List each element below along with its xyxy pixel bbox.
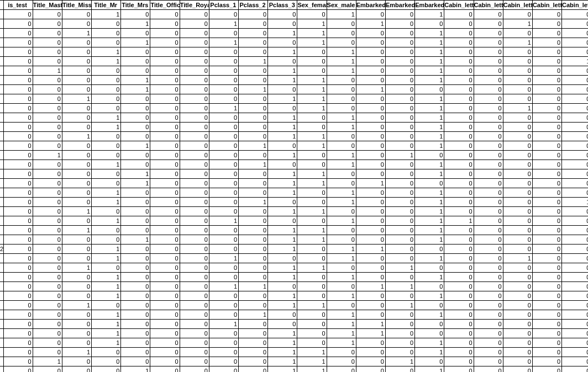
cell[interactable]: 0	[356, 291, 385, 301]
cell[interactable]: 0	[503, 226, 532, 235]
cell[interactable]: 0	[33, 19, 62, 29]
cell[interactable]: 0	[180, 113, 209, 123]
cell[interactable]: 0	[121, 29, 150, 38]
cell[interactable]: 0	[268, 19, 297, 29]
cell[interactable]: 0	[444, 263, 474, 273]
cell[interactable]: 0	[532, 85, 561, 94]
cell[interactable]: 1	[62, 226, 91, 235]
cell[interactable]: 0	[327, 85, 356, 94]
cell[interactable]: 0	[239, 179, 268, 188]
cell[interactable]: 0	[209, 207, 238, 216]
cell[interactable]: 1	[356, 179, 385, 188]
cell[interactable]: 0	[150, 310, 180, 320]
cell[interactable]: 0	[180, 301, 209, 310]
cell[interactable]: 1	[327, 273, 356, 282]
cell[interactable]: 0	[444, 188, 474, 198]
cell[interactable]: 0	[3, 338, 33, 348]
cell[interactable]: 0	[62, 338, 91, 348]
cell[interactable]: 0	[327, 19, 356, 29]
cell[interactable]: 0	[180, 245, 209, 254]
cell[interactable]: 1	[415, 66, 444, 76]
cell[interactable]: 1	[297, 348, 327, 357]
cell[interactable]: 0	[474, 123, 503, 132]
cell[interactable]: 0	[180, 47, 209, 57]
cell[interactable]: 0	[532, 94, 561, 104]
cell[interactable]: 0	[3, 226, 33, 235]
cell[interactable]: 0	[474, 226, 503, 235]
cell[interactable]: 0	[297, 291, 327, 301]
cell[interactable]: 0	[3, 29, 33, 38]
cell[interactable]: 1	[92, 188, 121, 198]
cell[interactable]: 0	[474, 66, 503, 76]
cell[interactable]: 1	[92, 216, 121, 226]
cell[interactable]: 0	[180, 123, 209, 132]
cell[interactable]: 0	[562, 151, 588, 160]
cell[interactable]: 0	[474, 329, 503, 338]
cell[interactable]: 1	[209, 38, 238, 47]
cell[interactable]: 0	[562, 282, 588, 291]
cell[interactable]: 0	[62, 160, 91, 169]
column-header[interactable]: Title_Master	[33, 1, 62, 10]
cell[interactable]: 0	[385, 47, 414, 57]
cell[interactable]: 0	[474, 160, 503, 169]
cell[interactable]: 1	[297, 132, 327, 141]
cell[interactable]: 0	[121, 57, 150, 66]
cell[interactable]: 1	[562, 198, 588, 207]
cell[interactable]: 1	[268, 151, 297, 160]
cell[interactable]: 0	[3, 38, 33, 47]
cell[interactable]: 0	[121, 282, 150, 291]
cell[interactable]: 0	[385, 38, 414, 47]
cell[interactable]: 0	[121, 338, 150, 348]
cell[interactable]: 0	[562, 29, 588, 38]
cell[interactable]: 0	[297, 10, 327, 19]
cell[interactable]: 0	[33, 160, 62, 169]
cell[interactable]: 0	[121, 151, 150, 160]
cell[interactable]: 0	[532, 216, 561, 226]
cell[interactable]: 1	[209, 104, 238, 113]
cell[interactable]: 0	[327, 301, 356, 310]
cell[interactable]: 1	[268, 329, 297, 338]
cell[interactable]: 1	[239, 141, 268, 151]
cell[interactable]: 0	[532, 160, 561, 169]
cell[interactable]: 0	[503, 310, 532, 320]
cell[interactable]: 0	[92, 357, 121, 366]
cell[interactable]: 0	[444, 104, 474, 113]
cell[interactable]: 0	[239, 254, 268, 263]
cell[interactable]: 0	[150, 254, 180, 263]
cell[interactable]: 0	[150, 66, 180, 76]
cell[interactable]: 0	[3, 282, 33, 291]
cell[interactable]: 0	[327, 132, 356, 141]
cell[interactable]: 0	[356, 151, 385, 160]
cell[interactable]: 0	[268, 282, 297, 291]
cell[interactable]: 1	[268, 291, 297, 301]
cell[interactable]: 0	[92, 141, 121, 151]
cell[interactable]: 0	[180, 66, 209, 76]
cell[interactable]: 0	[503, 29, 532, 38]
cell[interactable]: 0	[474, 301, 503, 310]
cell[interactable]: 0	[209, 291, 238, 301]
cell[interactable]: 0	[356, 273, 385, 282]
cell[interactable]: 0	[356, 76, 385, 85]
cell[interactable]: 1	[385, 282, 414, 291]
cell[interactable]: 0	[503, 151, 532, 160]
cell[interactable]: 0	[180, 104, 209, 113]
cell[interactable]: 0	[3, 10, 33, 19]
cell[interactable]: 0	[62, 57, 91, 66]
cell[interactable]: 1	[327, 338, 356, 348]
cell[interactable]: 0	[121, 207, 150, 216]
cell[interactable]: 0	[356, 169, 385, 179]
cell[interactable]: 0	[385, 216, 414, 226]
cell[interactable]: 0	[62, 85, 91, 94]
cell[interactable]: 1	[62, 263, 91, 273]
cell[interactable]: 0	[180, 320, 209, 329]
cell[interactable]: 0	[474, 29, 503, 38]
cell[interactable]: 0	[268, 160, 297, 169]
cell[interactable]: 0	[327, 348, 356, 357]
cell[interactable]: 0	[532, 66, 561, 76]
cell[interactable]: 0	[415, 329, 444, 338]
cell[interactable]: 0	[297, 216, 327, 226]
cell[interactable]: 0	[532, 329, 561, 338]
cell[interactable]: 0	[150, 348, 180, 357]
cell[interactable]: 1	[415, 76, 444, 85]
cell[interactable]: 0	[268, 57, 297, 66]
